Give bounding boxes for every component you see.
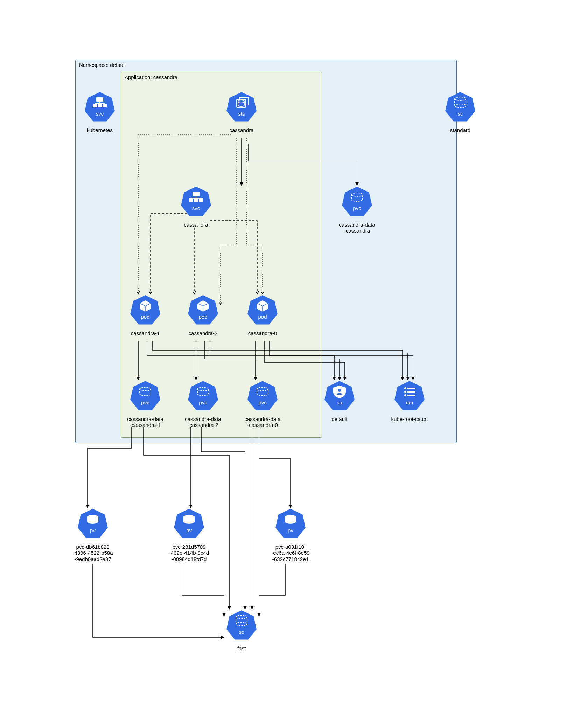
svg-text:pvc: pvc	[353, 205, 361, 211]
node-label: cassandra-data-cassandra-2	[182, 416, 224, 428]
svg-text:pvc: pvc	[258, 400, 267, 405]
svg-rect-14	[194, 198, 198, 202]
svg-rect-12	[193, 192, 200, 196]
node-label: fast	[221, 645, 263, 651]
pv-2-node: pvpvc-281d5709-402e-414b-8c4d-00984d18fd…	[168, 508, 210, 562]
node-label: pvc-db61b828-4396-4522-b58a-9edb0aad2a37	[72, 544, 114, 562]
pv-0-node: pvpvc-a031f10f-ec6a-4c6f-8e59-632c771842…	[270, 508, 312, 562]
svg-text:sa: sa	[337, 400, 343, 405]
pvc-c1-node: pvccassandra-data-cassandra-1	[124, 380, 166, 428]
node-label: pvc-a031f10f-ec6a-4c6f-8e59-632c771842e1	[270, 544, 312, 562]
pv-icon: pv	[174, 508, 204, 541]
svg-rect-31	[407, 388, 415, 389]
svg-rect-15	[199, 198, 203, 202]
svg-rect-33	[407, 391, 415, 393]
node-label: cassandra-data-cassandra	[336, 222, 378, 234]
svc-kubernetes-node: svckubernetes	[79, 91, 121, 133]
svg-text:pod: pod	[141, 314, 149, 320]
svg-text:pod: pod	[198, 314, 207, 320]
svg-rect-35	[407, 395, 415, 396]
svg-text:sc: sc	[458, 111, 463, 117]
pod-cassandra-2-node: podcassandra-2	[182, 294, 224, 336]
svg-point-30	[404, 387, 406, 389]
svg-point-28	[338, 389, 341, 392]
svg-text:svc: svc	[192, 205, 200, 211]
svg-text:pod: pod	[258, 314, 267, 320]
pv-icon: pv	[275, 508, 306, 541]
svg-rect-13	[189, 198, 193, 202]
svg-text:pvc: pvc	[141, 400, 149, 405]
cm-kube-node: cmkube-root-ca.crt	[389, 380, 431, 422]
node-label: cassandra-0	[242, 330, 284, 336]
pv-1-node: pvpvc-db61b828-4396-4522-b58a-9edb0aad2a…	[72, 508, 114, 562]
sa-default-node: sadefault	[319, 380, 361, 422]
node-label: cassandra	[221, 127, 263, 133]
svc-icon: svc	[181, 186, 211, 219]
sc-fast-node: scfast	[221, 609, 263, 651]
diagram-canvas: Namespace: default Application: cassandr…	[0, 0, 566, 728]
namespace-label: Namespace: default	[79, 62, 126, 68]
node-label: pvc-281d5709-402e-414b-8c4d-00984d18fd7d	[168, 544, 210, 562]
pod-icon: pod	[130, 294, 161, 327]
node-label: kube-root-ca.crt	[389, 416, 431, 422]
svg-text:sts: sts	[238, 111, 245, 117]
sc-standard-node: scstandard	[439, 91, 481, 133]
pod-icon: pod	[188, 294, 218, 327]
node-label: default	[319, 416, 361, 422]
svc-icon: svc	[84, 91, 115, 124]
sts-cassandra-node: stscassandra	[221, 91, 263, 133]
svg-text:pv: pv	[186, 527, 192, 533]
svg-rect-2	[98, 104, 102, 107]
pod-cassandra-1-node: podcassandra-1	[124, 294, 166, 336]
pod-icon: pod	[247, 294, 278, 327]
pvc-c0-node: pvccassandra-data-cassandra-0	[242, 380, 284, 428]
pvc-icon: pvc	[188, 380, 218, 413]
svg-text:pv: pv	[288, 527, 293, 533]
svg-rect-1	[93, 104, 97, 107]
pv-icon: pv	[77, 508, 108, 541]
svc-cassandra-node: svccassandra	[175, 186, 217, 228]
svg-point-34	[404, 394, 406, 396]
cm-icon: cm	[394, 380, 425, 413]
sc-icon: sc	[226, 609, 257, 642]
svg-text:pv: pv	[90, 527, 96, 533]
svg-text:svc: svc	[96, 111, 104, 117]
pvc-icon: pvc	[130, 380, 161, 413]
node-label: cassandra-2	[182, 330, 224, 336]
sts-icon: sts	[226, 91, 257, 124]
node-label: cassandra	[175, 222, 217, 228]
pod-cassandra-0-node: podcassandra-0	[242, 294, 284, 336]
sc-icon: sc	[445, 91, 476, 124]
svg-text:sc: sc	[239, 629, 245, 635]
node-label: cassandra-1	[124, 330, 166, 336]
svg-rect-3	[103, 104, 107, 107]
application-label: Application: cassandra	[125, 74, 177, 80]
svg-rect-0	[96, 97, 103, 102]
pvc-cd-node: pvccassandra-data-cassandra	[336, 186, 378, 234]
node-label: cassandra-data-cassandra-0	[242, 416, 284, 428]
pvc-c2-node: pvccassandra-data-cassandra-2	[182, 380, 224, 428]
pvc-icon: pvc	[342, 186, 372, 219]
node-label: cassandra-data-cassandra-1	[124, 416, 166, 428]
sa-icon: sa	[324, 380, 355, 413]
svg-text:pvc: pvc	[199, 400, 207, 405]
svg-point-32	[404, 391, 406, 393]
node-label: standard	[439, 127, 481, 133]
svg-text:cm: cm	[406, 400, 413, 405]
pvc-icon: pvc	[247, 380, 278, 413]
node-label: kubernetes	[79, 127, 121, 133]
